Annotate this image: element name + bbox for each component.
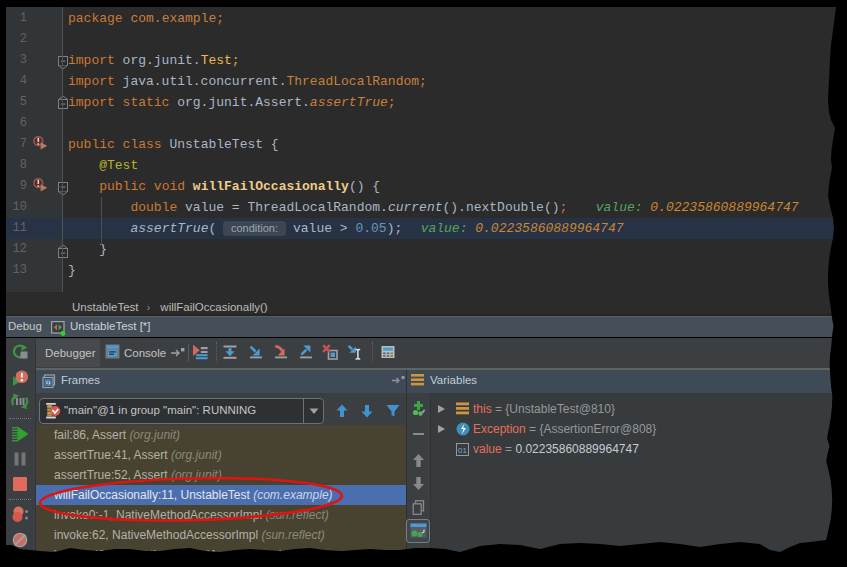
svg-text:01: 01 <box>458 446 467 455</box>
